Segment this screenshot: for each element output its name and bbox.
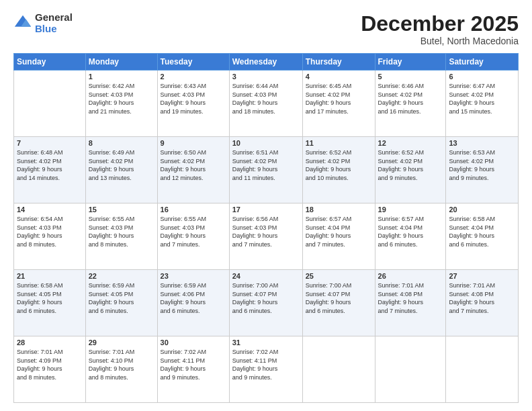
calendar-cell: 17Sunrise: 6:56 AM Sunset: 4:03 PM Dayli…: [229, 203, 302, 270]
calendar-cell: 15Sunrise: 6:55 AM Sunset: 4:03 PM Dayli…: [85, 203, 157, 270]
day-info: Sunrise: 6:55 AM Sunset: 4:03 PM Dayligh…: [161, 215, 226, 248]
calendar-cell: 14Sunrise: 6:54 AM Sunset: 4:03 PM Dayli…: [14, 203, 86, 270]
day-number: 7: [17, 139, 83, 147]
day-number: 5: [378, 73, 443, 81]
calendar-cell: 16Sunrise: 6:55 AM Sunset: 4:03 PM Dayli…: [157, 203, 229, 270]
day-number: 30: [161, 338, 226, 347]
day-header-wednesday: Wednesday: [229, 54, 302, 71]
calendar-cell: 28Sunrise: 7:01 AM Sunset: 4:09 PM Dayli…: [14, 336, 86, 403]
day-number: 29: [89, 338, 154, 347]
day-number: 8: [89, 139, 154, 147]
calendar-cell: [302, 336, 375, 403]
calendar-cell: [14, 71, 86, 137]
day-info: Sunrise: 7:01 AM Sunset: 4:08 PM Dayligh…: [378, 281, 443, 315]
day-number: 10: [232, 139, 300, 147]
day-info: Sunrise: 6:54 AM Sunset: 4:03 PM Dayligh…: [17, 215, 83, 248]
calendar-cell: 10Sunrise: 6:51 AM Sunset: 4:02 PM Dayli…: [229, 137, 302, 203]
day-info: Sunrise: 7:00 AM Sunset: 4:07 PM Dayligh…: [306, 281, 372, 315]
calendar-week-row: 14Sunrise: 6:54 AM Sunset: 4:03 PM Dayli…: [14, 203, 519, 270]
day-info: Sunrise: 6:53 AM Sunset: 4:02 PM Dayligh…: [449, 148, 515, 182]
calendar-cell: [375, 336, 446, 403]
calendar-cell: 2Sunrise: 6:43 AM Sunset: 4:03 PM Daylig…: [157, 71, 229, 137]
calendar-cell: 5Sunrise: 6:46 AM Sunset: 4:02 PM Daylig…: [375, 71, 446, 137]
calendar-cell: 24Sunrise: 7:00 AM Sunset: 4:07 PM Dayli…: [229, 270, 302, 336]
day-info: Sunrise: 7:02 AM Sunset: 4:11 PM Dayligh…: [161, 348, 226, 381]
logo-icon: [13, 14, 32, 33]
day-number: 20: [449, 205, 515, 214]
day-info: Sunrise: 7:02 AM Sunset: 4:11 PM Dayligh…: [232, 348, 300, 381]
day-info: Sunrise: 6:50 AM Sunset: 4:02 PM Dayligh…: [161, 148, 226, 182]
calendar-cell: 9Sunrise: 6:50 AM Sunset: 4:02 PM Daylig…: [157, 137, 229, 203]
day-number: 17: [232, 205, 300, 214]
calendar-week-row: 21Sunrise: 6:58 AM Sunset: 4:05 PM Dayli…: [14, 270, 519, 336]
day-info: Sunrise: 6:45 AM Sunset: 4:02 PM Dayligh…: [306, 82, 372, 116]
day-info: Sunrise: 6:52 AM Sunset: 4:02 PM Dayligh…: [378, 148, 443, 182]
day-info: Sunrise: 6:42 AM Sunset: 4:03 PM Dayligh…: [89, 82, 154, 116]
day-number: 12: [378, 139, 443, 147]
calendar-cell: 13Sunrise: 6:53 AM Sunset: 4:02 PM Dayli…: [446, 137, 519, 203]
day-info: Sunrise: 6:59 AM Sunset: 4:05 PM Dayligh…: [89, 281, 154, 315]
day-number: 26: [378, 272, 443, 280]
title-block: December 2025 Butel, North Macedonia: [361, 12, 519, 46]
day-info: Sunrise: 6:49 AM Sunset: 4:02 PM Dayligh…: [89, 148, 154, 182]
calendar-cell: 20Sunrise: 6:58 AM Sunset: 4:04 PM Dayli…: [446, 203, 519, 270]
day-info: Sunrise: 7:01 AM Sunset: 4:10 PM Dayligh…: [89, 348, 154, 381]
calendar-cell: [446, 336, 519, 403]
day-info: Sunrise: 6:57 AM Sunset: 4:04 PM Dayligh…: [306, 215, 372, 248]
day-info: Sunrise: 7:01 AM Sunset: 4:08 PM Dayligh…: [449, 281, 515, 315]
month-title: December 2025: [361, 12, 519, 36]
calendar-cell: 23Sunrise: 6:59 AM Sunset: 4:06 PM Dayli…: [157, 270, 229, 336]
calendar-cell: 30Sunrise: 7:02 AM Sunset: 4:11 PM Dayli…: [157, 336, 229, 403]
calendar-cell: 1Sunrise: 6:42 AM Sunset: 4:03 PM Daylig…: [85, 71, 157, 137]
day-number: 16: [161, 205, 226, 214]
calendar-week-row: 1Sunrise: 6:42 AM Sunset: 4:03 PM Daylig…: [14, 71, 519, 137]
day-number: 23: [161, 272, 226, 280]
calendar-cell: 22Sunrise: 6:59 AM Sunset: 4:05 PM Dayli…: [85, 270, 157, 336]
day-number: 1: [89, 73, 154, 81]
calendar-cell: 3Sunrise: 6:44 AM Sunset: 4:03 PM Daylig…: [229, 71, 302, 137]
page-header: General Blue December 2025 Butel, North …: [13, 12, 519, 46]
day-info: Sunrise: 6:57 AM Sunset: 4:04 PM Dayligh…: [378, 215, 443, 248]
calendar-cell: 31Sunrise: 7:02 AM Sunset: 4:11 PM Dayli…: [229, 336, 302, 403]
day-number: 14: [17, 205, 83, 214]
day-info: Sunrise: 6:51 AM Sunset: 4:02 PM Dayligh…: [232, 148, 300, 182]
day-number: 25: [306, 272, 372, 280]
day-number: 22: [89, 272, 154, 280]
calendar-week-row: 7Sunrise: 6:48 AM Sunset: 4:02 PM Daylig…: [14, 137, 519, 203]
day-number: 19: [378, 205, 443, 214]
day-number: 27: [449, 272, 515, 280]
calendar-cell: 6Sunrise: 6:47 AM Sunset: 4:02 PM Daylig…: [446, 71, 519, 137]
day-number: 13: [449, 139, 515, 147]
day-info: Sunrise: 6:58 AM Sunset: 4:05 PM Dayligh…: [17, 281, 83, 315]
day-header-sunday: Sunday: [14, 54, 86, 71]
calendar-cell: 21Sunrise: 6:58 AM Sunset: 4:05 PM Dayli…: [14, 270, 86, 336]
logo-general-text: General: [35, 12, 73, 24]
day-header-thursday: Thursday: [302, 54, 375, 71]
day-number: 28: [17, 338, 83, 347]
calendar-cell: 12Sunrise: 6:52 AM Sunset: 4:02 PM Dayli…: [375, 137, 446, 203]
day-number: 18: [306, 205, 372, 214]
calendar-cell: 26Sunrise: 7:01 AM Sunset: 4:08 PM Dayli…: [375, 270, 446, 336]
day-info: Sunrise: 6:43 AM Sunset: 4:03 PM Dayligh…: [161, 82, 226, 116]
day-header-monday: Monday: [85, 54, 157, 71]
day-number: 31: [232, 338, 300, 347]
day-header-tuesday: Tuesday: [157, 54, 229, 71]
calendar-week-row: 28Sunrise: 7:01 AM Sunset: 4:09 PM Dayli…: [14, 336, 519, 403]
calendar-cell: 4Sunrise: 6:45 AM Sunset: 4:02 PM Daylig…: [302, 71, 375, 137]
calendar-cell: 18Sunrise: 6:57 AM Sunset: 4:04 PM Dayli…: [302, 203, 375, 270]
calendar-cell: 25Sunrise: 7:00 AM Sunset: 4:07 PM Dayli…: [302, 270, 375, 336]
day-info: Sunrise: 7:01 AM Sunset: 4:09 PM Dayligh…: [17, 348, 83, 381]
calendar-cell: 7Sunrise: 6:48 AM Sunset: 4:02 PM Daylig…: [14, 137, 86, 203]
day-info: Sunrise: 6:52 AM Sunset: 4:02 PM Dayligh…: [306, 148, 372, 182]
day-info: Sunrise: 6:47 AM Sunset: 4:02 PM Dayligh…: [449, 82, 515, 116]
day-number: 3: [232, 73, 300, 81]
calendar-cell: 19Sunrise: 6:57 AM Sunset: 4:04 PM Dayli…: [375, 203, 446, 270]
day-info: Sunrise: 7:00 AM Sunset: 4:07 PM Dayligh…: [232, 281, 300, 315]
day-info: Sunrise: 6:48 AM Sunset: 4:02 PM Dayligh…: [17, 148, 83, 182]
calendar-header-row: SundayMondayTuesdayWednesdayThursdayFrid…: [14, 54, 519, 71]
day-info: Sunrise: 6:46 AM Sunset: 4:02 PM Dayligh…: [378, 82, 443, 116]
calendar-cell: 29Sunrise: 7:01 AM Sunset: 4:10 PM Dayli…: [85, 336, 157, 403]
calendar-cell: 8Sunrise: 6:49 AM Sunset: 4:02 PM Daylig…: [85, 137, 157, 203]
day-number: 11: [306, 139, 372, 147]
day-header-friday: Friday: [375, 54, 446, 71]
